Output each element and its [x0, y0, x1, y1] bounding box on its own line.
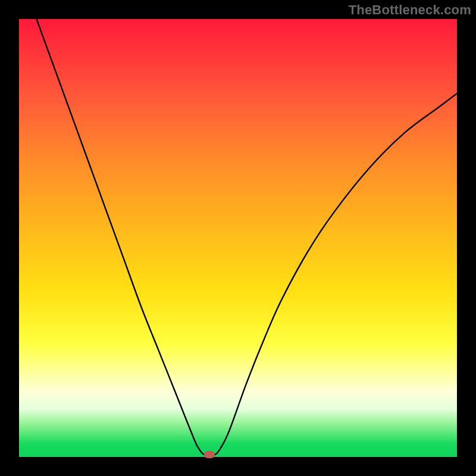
plot-area: [19, 19, 457, 457]
minimum-marker: [204, 451, 215, 458]
curve-path: [36, 19, 457, 456]
curve-svg: [19, 19, 457, 457]
chart-frame: TheBottleneck.com: [0, 0, 476, 476]
watermark-text: TheBottleneck.com: [349, 2, 471, 18]
